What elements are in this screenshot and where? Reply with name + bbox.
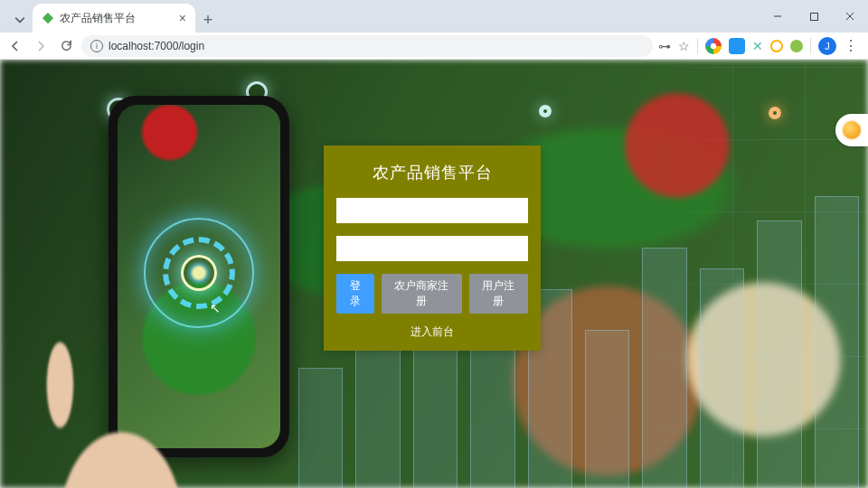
favicon-icon bbox=[42, 12, 54, 24]
password-input[interactable] bbox=[336, 236, 528, 261]
hand-image bbox=[27, 325, 262, 488]
tab-close-icon[interactable]: × bbox=[179, 11, 186, 25]
address-bar: i localhost:7000/login ⊶ ☆ ✕ J ⋮ bbox=[0, 33, 868, 60]
button-row: 登录 农户商家注册 用户注册 bbox=[336, 274, 528, 314]
tab-search-button[interactable] bbox=[7, 7, 33, 33]
login-title: 农产品销售平台 bbox=[336, 162, 528, 183]
chrome-menu-icon[interactable]: ⋮ bbox=[844, 37, 857, 54]
extension-icon-1[interactable] bbox=[705, 38, 722, 54]
extension-icon-4[interactable] bbox=[770, 40, 783, 52]
separator bbox=[810, 38, 811, 54]
window-controls bbox=[760, 0, 868, 33]
merchant-register-button[interactable]: 农户商家注册 bbox=[382, 274, 462, 314]
extension-icon-2[interactable] bbox=[729, 38, 745, 54]
browser-tab-strip: 农产品销售平台 × + bbox=[0, 0, 868, 33]
separator bbox=[697, 38, 698, 54]
omnibox[interactable]: i localhost:7000/login bbox=[81, 35, 653, 57]
login-button[interactable]: 登录 bbox=[336, 274, 374, 314]
extension-icon-5[interactable] bbox=[790, 40, 803, 52]
side-widget-button[interactable] bbox=[835, 114, 868, 146]
back-button[interactable] bbox=[5, 36, 25, 56]
close-window-button[interactable] bbox=[832, 0, 868, 33]
new-tab-button[interactable]: + bbox=[195, 7, 221, 33]
extension-icon-3[interactable]: ✕ bbox=[752, 39, 763, 53]
reload-button[interactable] bbox=[56, 36, 76, 56]
svg-rect-1 bbox=[810, 13, 817, 20]
profile-avatar[interactable]: J bbox=[818, 37, 836, 55]
site-info-icon[interactable]: i bbox=[90, 40, 103, 52]
url-text: localhost:7000/login bbox=[108, 40, 204, 52]
enter-front-link[interactable]: 进入前台 bbox=[410, 325, 454, 338]
username-input[interactable] bbox=[336, 198, 528, 223]
minimize-button[interactable] bbox=[760, 0, 796, 33]
user-register-button[interactable]: 用户注册 bbox=[469, 274, 528, 314]
browser-tab[interactable]: 农产品销售平台 × bbox=[33, 4, 195, 33]
tab-title: 农产品销售平台 bbox=[60, 11, 136, 26]
bookmark-star-icon[interactable]: ☆ bbox=[678, 39, 690, 53]
page-content: 农产品销售平台 登录 农户商家注册 用户注册 进入前台 ↖ bbox=[0, 60, 868, 488]
login-panel: 农产品销售平台 登录 农户商家注册 用户注册 进入前台 bbox=[324, 145, 541, 351]
forward-button[interactable] bbox=[31, 36, 51, 56]
side-widget-icon bbox=[843, 121, 861, 139]
maximize-button[interactable] bbox=[796, 0, 832, 33]
password-key-icon[interactable]: ⊶ bbox=[658, 39, 671, 53]
glow-node-icon bbox=[539, 105, 552, 117]
scan-target-icon bbox=[181, 255, 217, 291]
toolbar-right: ⊶ ☆ ✕ J ⋮ bbox=[658, 37, 863, 55]
glow-node-icon bbox=[769, 107, 781, 119]
